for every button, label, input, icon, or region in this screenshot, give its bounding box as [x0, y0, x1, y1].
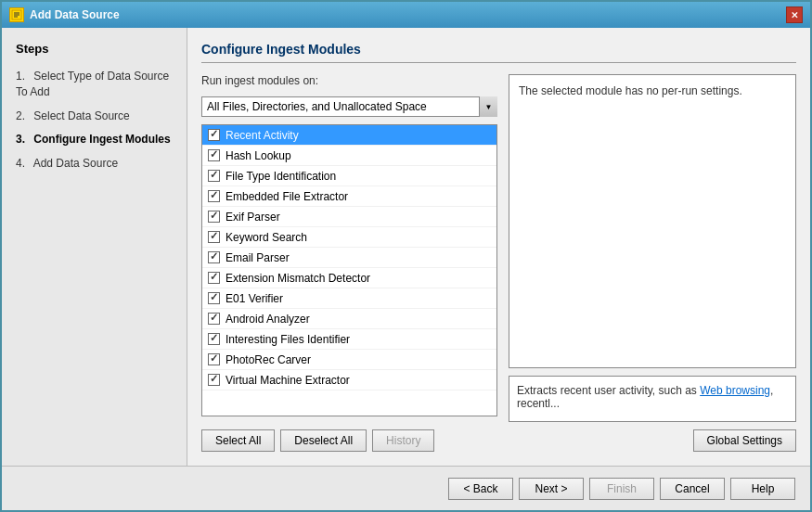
- finish-button[interactable]: Finish: [589, 478, 654, 500]
- back-button[interactable]: < Back: [448, 478, 513, 500]
- module-checkbox-hash-lookup[interactable]: [208, 149, 220, 161]
- main-panel: Configure Ingest Modules Run ingest modu…: [187, 28, 810, 466]
- steps-title: Steps: [16, 42, 173, 56]
- module-item-email[interactable]: Email Parser: [202, 248, 496, 268]
- module-item-exif[interactable]: Exif Parser: [202, 207, 496, 227]
- history-button[interactable]: History: [372, 429, 434, 452]
- module-item-interesting[interactable]: Interesting Files Identifier: [202, 329, 496, 350]
- help-button[interactable]: Help: [730, 478, 795, 500]
- module-item-photorec[interactable]: PhotoRec Carver: [202, 350, 496, 370]
- module-checkbox-file-type[interactable]: [208, 170, 220, 182]
- run-on-dropdown[interactable]: All Files, Directories, and Unallocated …: [201, 96, 497, 117]
- module-checkbox-photorec[interactable]: [208, 353, 220, 365]
- module-checkbox-android[interactable]: [208, 313, 220, 325]
- module-item-android[interactable]: Android Analyzer: [202, 309, 496, 329]
- module-item-extension[interactable]: Extension Mismatch Detector: [202, 268, 496, 288]
- global-settings-button[interactable]: Global Settings: [693, 429, 796, 452]
- module-label: Email Parser: [226, 251, 290, 264]
- module-label: Interesting Files Identifier: [226, 333, 350, 346]
- module-label: File Type Identification: [226, 170, 336, 183]
- step-1: 1. Select Type of Data Source To Add: [16, 67, 173, 102]
- no-settings-info: The selected module has no per-run setti…: [509, 74, 796, 368]
- sidebar: Steps 1. Select Type of Data Source To A…: [2, 28, 187, 466]
- module-label: PhotoRec Carver: [226, 353, 311, 366]
- title-bar: Add Data Source ✕: [2, 2, 810, 28]
- right-panel: The selected module has no per-run setti…: [509, 74, 796, 452]
- step-2: 2. Select Data Source: [16, 107, 173, 126]
- title-bar-left: Add Data Source: [9, 7, 120, 22]
- module-checkbox-e01[interactable]: [208, 292, 220, 304]
- add-data-source-window: Add Data Source ✕ Steps 1. Select Type o…: [0, 0, 812, 512]
- deselect-all-button[interactable]: Deselect All: [280, 429, 367, 452]
- module-item-recent-activity[interactable]: Recent Activity: [202, 125, 496, 146]
- module-checkbox-email[interactable]: [208, 251, 220, 263]
- dropdown-container: All Files, Directories, and Unallocated …: [201, 96, 497, 117]
- module-label: E01 Verifier: [226, 292, 283, 305]
- module-label: Android Analyzer: [226, 313, 310, 326]
- module-buttons: Select All Deselect All History: [201, 429, 497, 452]
- module-label: Recent Activity: [226, 129, 299, 142]
- content-area: Steps 1. Select Type of Data Source To A…: [2, 28, 810, 466]
- page-title: Configure Ingest Modules: [201, 42, 796, 63]
- module-description: Extracts recent user activity, such as W…: [509, 376, 796, 422]
- module-item-vm[interactable]: Virtual Machine Extractor: [202, 370, 496, 390]
- module-item-embedded-file[interactable]: Embedded File Extractor: [202, 186, 496, 207]
- module-checkbox-interesting[interactable]: [208, 333, 220, 345]
- module-item-file-type[interactable]: File Type Identification: [202, 166, 496, 186]
- module-label: Extension Mismatch Detector: [226, 272, 370, 285]
- select-all-button[interactable]: Select All: [201, 429, 275, 452]
- window-title: Add Data Source: [30, 8, 120, 21]
- module-checkbox-exif[interactable]: [208, 211, 220, 223]
- module-label: Embedded File Extractor: [226, 190, 348, 203]
- global-settings-row: Global Settings: [509, 429, 796, 452]
- step-3: 3. Configure Ingest Modules: [16, 130, 173, 149]
- module-label: Hash Lookup: [226, 149, 291, 162]
- run-modules-label: Run ingest modules on:: [201, 74, 497, 87]
- footer: < Back Next > Finish Cancel Help: [2, 466, 810, 510]
- module-item-hash-lookup[interactable]: Hash Lookup: [202, 146, 496, 166]
- cancel-button[interactable]: Cancel: [660, 478, 725, 500]
- next-button[interactable]: Next >: [519, 478, 584, 500]
- main-body: Run ingest modules on: All Files, Direct…: [201, 74, 796, 452]
- module-checkbox-recent-activity[interactable]: [208, 129, 220, 141]
- module-label: Exif Parser: [226, 211, 280, 224]
- web-browsing-link[interactable]: Web browsing: [700, 384, 770, 397]
- module-checkbox-embedded-file[interactable]: [208, 190, 220, 202]
- module-label: Virtual Machine Extractor: [226, 374, 350, 387]
- module-checkbox-keyword[interactable]: [208, 231, 220, 243]
- step-4: 4. Add Data Source: [16, 154, 173, 173]
- module-item-e01[interactable]: E01 Verifier: [202, 288, 496, 309]
- left-panel: Run ingest modules on: All Files, Direct…: [201, 74, 497, 452]
- close-button[interactable]: ✕: [786, 6, 803, 23]
- window-icon: [9, 7, 24, 22]
- module-checkbox-extension[interactable]: [208, 272, 220, 284]
- module-checkbox-vm[interactable]: [208, 374, 220, 386]
- module-list: Recent Activity Hash Lookup File Type Id…: [201, 124, 497, 416]
- module-label: Keyword Search: [226, 231, 307, 244]
- module-item-keyword[interactable]: Keyword Search: [202, 227, 496, 248]
